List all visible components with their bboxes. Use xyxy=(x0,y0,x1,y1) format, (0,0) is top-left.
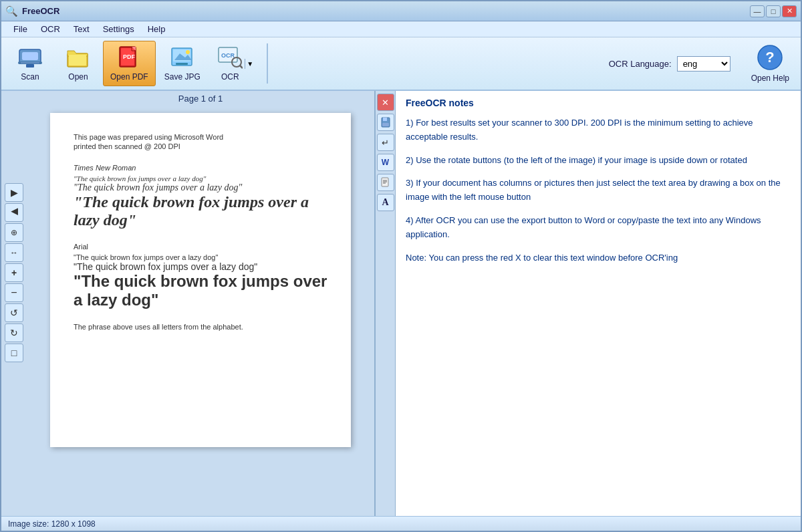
text-area-container[interactable]: FreeOCR notes 1) For best results set yo… xyxy=(396,91,801,516)
doc-times-label: Times New Roman xyxy=(74,164,327,172)
left-panel: Page 1 of 1 This page was prepared using… xyxy=(1,91,376,516)
left-panel-inner: Page 1 of 1 This page was prepared using… xyxy=(27,91,374,516)
move-tool-button[interactable]: ⊕ xyxy=(5,223,23,242)
page-indicator: Page 1 of 1 xyxy=(27,91,374,106)
menu-settings[interactable]: Settings xyxy=(96,23,141,35)
word-export-button[interactable]: W xyxy=(377,154,394,171)
titlebar-left: 🔍 FreeOCR xyxy=(5,5,59,17)
text-tool-button[interactable]: A xyxy=(377,194,394,211)
clear-text-button[interactable]: ✕ xyxy=(377,94,394,111)
open-button[interactable]: Open xyxy=(55,41,102,86)
app-title: FreeOCR xyxy=(22,6,59,16)
svg-text:PDF: PDF xyxy=(123,53,136,60)
help-icon: ? xyxy=(757,44,783,71)
mid-toolbar: ✕ ↵ W A xyxy=(376,91,396,516)
ocr-language-label: OCR Language: xyxy=(609,59,672,69)
doc-intro1: This page was prepared using Microsoft W… xyxy=(74,133,327,141)
scan-icon xyxy=(17,45,43,70)
return-button[interactable]: ↵ xyxy=(377,134,394,151)
nav-right-button[interactable]: ▶ xyxy=(5,183,23,202)
image-area[interactable]: This page was prepared using Microsoft W… xyxy=(27,106,374,516)
open-label: Open xyxy=(68,72,88,82)
svg-text:?: ? xyxy=(766,49,775,65)
svg-line-21 xyxy=(240,65,243,68)
svg-rect-6 xyxy=(69,55,86,65)
svg-rect-26 xyxy=(382,123,389,126)
doc-arial-lg: "The quick brown fox jumps over a lazy d… xyxy=(74,272,327,309)
note-2: 2) Use the rotate buttons (to the left o… xyxy=(406,154,791,168)
open-help-button[interactable]: ? Open Help xyxy=(745,41,795,86)
main-content: ▶ ▶ ⊕ ↔ + − ↺ ↻ □ Page 1 of 1 This page … xyxy=(1,91,801,516)
menu-file[interactable]: File xyxy=(7,23,34,35)
open-pdf-icon: PDF xyxy=(116,45,142,70)
doc-export-button[interactable] xyxy=(377,174,394,191)
image-size-label: Image size: 1280 x 1098 xyxy=(8,519,96,529)
open-help-label: Open Help xyxy=(751,74,789,83)
save-jpg-icon xyxy=(169,45,196,70)
svg-rect-4 xyxy=(26,64,34,68)
open-pdf-button[interactable]: PDF Open PDF xyxy=(103,41,156,86)
rotate-left-button[interactable]: ↺ xyxy=(5,303,23,322)
doc-arial-sm: "The quick brown fox jumps over a lazy d… xyxy=(74,253,327,261)
document-page: This page was prepared using Microsoft W… xyxy=(50,113,351,447)
titlebar-controls: — □ ✕ xyxy=(750,5,797,17)
ocr-label: OCR xyxy=(221,72,239,82)
app-icon: 🔍 xyxy=(5,5,18,17)
ocr-language-area: OCR Language: eng fra deu xyxy=(609,56,730,72)
doc-times-lg: "The quick brown fox jumps over a lazy d… xyxy=(74,193,327,229)
menu-ocr[interactable]: OCR xyxy=(34,23,67,35)
doc-times-md: "The quick brown fox jumps over a lazy d… xyxy=(74,182,327,193)
ocr-button[interactable]: OCR OCR ▼ xyxy=(209,41,263,86)
svg-rect-1 xyxy=(22,52,38,60)
notes-title: FreeOCR notes xyxy=(406,98,791,108)
minimize-button[interactable]: — xyxy=(750,5,765,17)
save-button[interactable] xyxy=(377,114,394,131)
doc-times-sm: "The quick brown fox jumps over a lazy d… xyxy=(74,174,327,182)
save-jpg-label: Save JPG xyxy=(164,72,200,82)
nav-left-button[interactable]: ▶ xyxy=(5,203,23,222)
select-tool-button[interactable]: □ xyxy=(5,344,23,362)
note-3: 3) If your document has columns or pictu… xyxy=(406,176,791,205)
note-1: 1) For best results set your scanner to … xyxy=(406,116,791,144)
svg-rect-25 xyxy=(383,118,387,121)
close-button[interactable]: ✕ xyxy=(782,5,797,17)
note-5: Note: You can press the red X to clear t… xyxy=(406,251,791,265)
rotate-right-button[interactable]: ↻ xyxy=(5,323,23,342)
toolbar-separator xyxy=(267,43,268,84)
open-icon xyxy=(65,45,92,70)
titlebar: 🔍 FreeOCR — □ ✕ xyxy=(1,1,801,21)
notes-content: 1) For best results set your scanner to … xyxy=(406,116,791,265)
doc-arial-label: Arial xyxy=(74,243,327,251)
ocr-dropdown-arrow[interactable]: ▼ xyxy=(245,59,255,69)
zoom-out-button[interactable]: − xyxy=(5,283,23,302)
open-pdf-label: Open PDF xyxy=(110,72,148,82)
save-jpg-button[interactable]: Save JPG xyxy=(157,41,208,86)
doc-intro2: printed then scanned @ 200 DPI xyxy=(74,142,327,150)
svg-rect-17 xyxy=(176,63,188,65)
doc-arial-md: "The quick brown fox jumps over a lazy d… xyxy=(74,261,327,272)
menu-help[interactable]: Help xyxy=(141,23,172,35)
svg-text:OCR: OCR xyxy=(221,52,235,59)
doc-footer: The phrase above uses all letters from t… xyxy=(74,323,327,331)
maximize-button[interactable]: □ xyxy=(766,5,781,17)
ocr-language-select[interactable]: eng fra deu xyxy=(677,56,730,72)
statusbar: Image size: 1280 x 1098 xyxy=(1,516,801,531)
svg-point-16 xyxy=(186,50,190,54)
scan-button[interactable]: Scan xyxy=(7,41,53,86)
resize-tool-button[interactable]: ↔ xyxy=(5,243,23,262)
scan-label: Scan xyxy=(21,72,39,82)
ocr-icon: OCR xyxy=(217,45,243,70)
note-4: 4) After OCR you can use the export butt… xyxy=(406,214,791,242)
menu-text[interactable]: Text xyxy=(67,23,96,35)
zoom-in-button[interactable]: + xyxy=(5,263,23,282)
right-panel: FreeOCR notes 1) For best results set yo… xyxy=(396,91,801,516)
side-toolbar: ▶ ▶ ⊕ ↔ + − ↺ ↻ □ xyxy=(1,180,27,365)
menubar: File OCR Text Settings Help xyxy=(1,21,801,37)
toolbar: Scan Open PDF Open PDF xyxy=(1,37,801,91)
